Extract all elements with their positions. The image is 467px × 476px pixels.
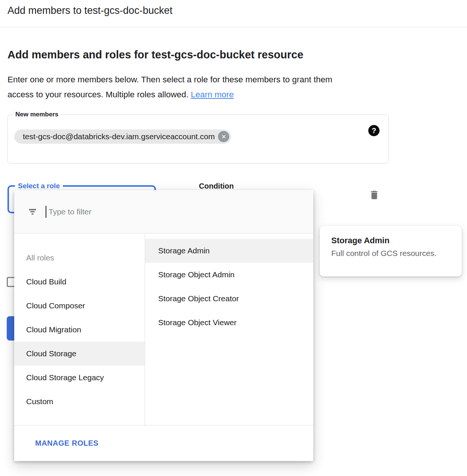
role-dropdown-panel: All rolesCloud BuildCloud ComposerCloud … <box>14 190 313 461</box>
manage-roles-button[interactable]: MANAGE ROLES <box>35 439 98 448</box>
role-list: Storage AdminStorage Object AdminStorage… <box>145 234 313 425</box>
role-category-item[interactable]: Cloud Storage <box>14 342 145 366</box>
page-title: Add members to test-gcs-doc-bucket <box>7 5 172 16</box>
role-category-item[interactable]: All roles <box>14 246 145 270</box>
role-tooltip-description: Full control of GCS resources. <box>331 249 454 258</box>
member-chip-text: test-gcs-doc@databricks-dev.iam.gservice… <box>23 132 215 141</box>
new-members-label: New members <box>13 111 61 118</box>
new-members-field[interactable]: New members test-gcs-doc@databricks-dev.… <box>7 111 389 164</box>
role-filter-bar <box>14 190 313 234</box>
role-item[interactable]: Storage Object Creator <box>145 287 313 311</box>
help-icon[interactable]: ? <box>368 125 380 136</box>
member-chip[interactable]: test-gcs-doc@databricks-dev.iam.gservice… <box>14 129 231 144</box>
role-category-item[interactable]: Cloud Composer <box>14 294 145 318</box>
section-description-line2: access to your resources. Multiple roles… <box>7 87 393 102</box>
filter-icon <box>27 206 38 217</box>
learn-more-link[interactable]: Learn more <box>191 90 234 99</box>
text-cursor <box>46 206 46 218</box>
section-heading: Add members and roles for test-gcs-doc-b… <box>7 49 303 61</box>
role-category-list: All rolesCloud BuildCloud ComposerCloud … <box>14 234 145 425</box>
close-circle-icon[interactable]: ✕ <box>218 131 229 142</box>
trash-icon[interactable] <box>369 189 380 201</box>
header-divider <box>0 27 467 27</box>
role-select-label: Select a role <box>15 182 63 190</box>
role-filter-input[interactable] <box>49 207 273 216</box>
role-dropdown-body: All rolesCloud BuildCloud ComposerCloud … <box>14 234 313 425</box>
condition-column-header: Condition <box>199 182 234 190</box>
role-category-item[interactable]: Cloud Storage Legacy <box>14 366 145 390</box>
role-item[interactable]: Storage Object Admin <box>145 263 313 287</box>
role-category-item[interactable]: Custom <box>14 390 145 414</box>
role-tooltip-title: Storage Admin <box>331 236 454 245</box>
role-category-item[interactable]: Cloud Build <box>14 270 145 294</box>
section-description-line1: Enter one or more members below. Then se… <box>7 72 393 87</box>
section-description: Enter one or more members below. Then se… <box>7 72 393 102</box>
role-category-item[interactable]: Cloud Migration <box>14 318 145 342</box>
role-item[interactable]: Storage Admin <box>145 239 313 263</box>
role-tooltip-card: Storage Admin Full control of GCS resour… <box>320 226 462 277</box>
role-dropdown-footer: MANAGE ROLES <box>14 425 313 461</box>
role-item[interactable]: Storage Object Viewer <box>145 311 313 335</box>
